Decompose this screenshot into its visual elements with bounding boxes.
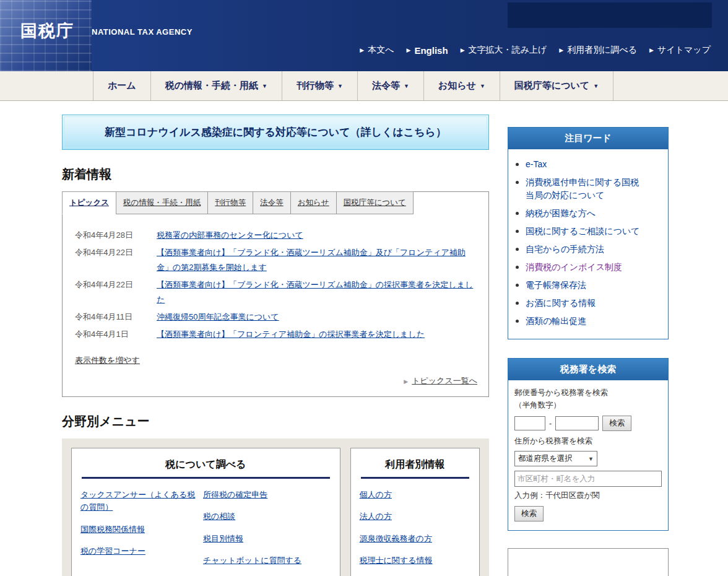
tab-topics[interactable]: トピックス — [62, 191, 116, 214]
chevron-down-icon: ▼ — [404, 83, 409, 89]
individuals-link[interactable]: 個人の方 — [360, 489, 470, 501]
liquor-info-sidebar-link[interactable]: お酒に関する情報 — [526, 298, 596, 308]
news-heading: 新着情報 — [62, 166, 489, 183]
nav-label: 国税庁等について — [514, 80, 589, 92]
research-column-1: タックスアンサー（よくある税の質問） 国際税務関係情報 税の学習コーナー — [80, 489, 203, 576]
news-item: 令和4年4月22日 【酒類事業者向け】「ブランド化・酒蔵ツーリズム補助金」の採択… — [75, 277, 476, 307]
user-info-box: 利用者別情報 個人の方 法人の方 源泉徴収義務者の方 税理士に関する情報 お酒に… — [350, 448, 480, 576]
nav-label: ホーム — [108, 80, 136, 92]
research-box-title: 税について調べる — [80, 458, 331, 477]
covid-banner[interactable]: 新型コロナウイルス感染症に関する対応等について（詳しくはこちら） — [62, 115, 489, 150]
utility-link-label: 文字拡大・読み上げ — [469, 45, 547, 56]
news-link[interactable]: 税務署の内部事務のセンター化について — [157, 228, 476, 243]
research-box-columns: タックスアンサー（よくある税の質問） 国際税務関係情報 税の学習コーナー 所得税… — [80, 489, 331, 576]
agency-logo[interactable]: 国税庁 — [20, 20, 74, 42]
postal-search-label: 郵便番号から税務署を検索 — [514, 388, 662, 398]
english-link[interactable]: ▶ English — [407, 45, 448, 56]
invoice-system-link[interactable]: 消費税のインボイス制度 — [526, 262, 622, 272]
tab-tax-info[interactable]: 税の情報・手続・用紙 — [116, 191, 208, 214]
procedures-from-home-link[interactable]: 自宅からの手続方法 — [526, 244, 604, 254]
arrow-icon: ▶ — [407, 47, 411, 53]
etax-link[interactable]: e-Tax — [526, 159, 547, 169]
liquor-export-link[interactable]: 酒類の輸出促進 — [526, 316, 586, 326]
tax-by-type-link[interactable]: 税目別情報 — [203, 533, 331, 545]
list-item: e-Tax — [526, 158, 640, 171]
research-tax-box: 税について調べる タックスアンサー（よくある税の質問） 国際税務関係情報 税の学… — [71, 448, 340, 576]
city-input[interactable] — [514, 471, 662, 487]
nav-about-nta[interactable]: 国税庁等について ▼ — [500, 71, 613, 100]
address-search-button[interactable]: 検索 — [514, 506, 544, 521]
withholding-agents-link[interactable]: 源泉徴収義務者の方 — [360, 533, 470, 545]
news-link[interactable]: 【酒類事業者向け】「ブランド化・酒蔵ツーリズム補助金」及び「フロンティア補助金」… — [157, 245, 476, 275]
news-link[interactable]: 【酒類事業者向け】「ブランド化・酒蔵ツーリズム補助金」の採択事業者を決定しました — [157, 277, 476, 307]
more-row: 表示件数を増やす — [63, 348, 488, 366]
featured-words-box: 注目ワード e-Tax 消費税還付申告に関する国税当局の対応について 納税が困難… — [508, 127, 669, 339]
news-item: 令和4年4月11日 沖縄復帰50周年記念事業について — [75, 310, 476, 325]
chevron-down-icon: ▼ — [337, 83, 343, 89]
sitemap-link[interactable]: ▶ サイトマップ — [649, 45, 711, 56]
international-tax-link[interactable]: 国際税務関係情報 — [80, 523, 203, 536]
nav-label: お知らせ — [438, 80, 476, 92]
nav-spacer — [0, 71, 93, 100]
arrow-icon: ▶ — [404, 378, 408, 385]
tax-office-search-body: 郵便番号から税務署を検索 （半角数字） - 検索 住所から税務署を検索 都道府県… — [508, 380, 668, 530]
arrow-icon: ▶ — [649, 47, 654, 53]
news-date: 令和4年4月22日 — [75, 245, 157, 275]
tax-consultation-link[interactable]: 税の相談 — [203, 510, 331, 523]
tax-accountants-link[interactable]: 税理士に関する情報 — [360, 554, 470, 567]
tax-office-search-box: 税務署を検索 郵便番号から税務署を検索 （半角数字） - 検索 住所から税務署を… — [508, 358, 669, 531]
tax-consultation-sidebar-link[interactable]: 国税に関するご相談について — [526, 226, 640, 236]
chevron-down-icon: ▼ — [588, 456, 594, 462]
show-more-link[interactable]: 表示件数を増やす — [75, 356, 140, 365]
nav-publications[interactable]: 刊行物等 ▼ — [282, 71, 357, 100]
news-date: 令和4年4月28日 — [75, 228, 157, 243]
tab-laws[interactable]: 法令等 — [253, 191, 291, 214]
list-item: 自宅からの手続方法 — [526, 243, 640, 256]
agency-subtitle: NATIONAL TAX AGENCY — [92, 27, 193, 37]
chevron-down-icon: ▼ — [593, 83, 599, 89]
topics-list-link[interactable]: トピックス一覧へ — [412, 376, 477, 385]
nav-laws[interactable]: 法令等 ▼ — [357, 71, 423, 100]
nav-tax-info[interactable]: 税の情報・手続・用紙 ▼ — [150, 71, 282, 100]
featured-words-list: e-Tax 消費税還付申告に関する国税当局の対応について 納税が困難な方へ 国税… — [508, 149, 668, 339]
news-list: 令和4年4月28日 税務署の内部事務のセンター化について 令和4年4月22日 【… — [63, 214, 488, 348]
nav-home[interactable]: ホーム — [93, 71, 150, 100]
postal-note: （半角数字） — [514, 400, 662, 411]
browse-by-user-link[interactable]: ▶ 利用者別に調べる — [559, 45, 637, 56]
chevron-down-icon: ▼ — [262, 83, 267, 89]
skip-to-content-link[interactable]: ▶ 本文へ — [360, 45, 394, 56]
utility-link-label: サイトマップ — [657, 45, 711, 56]
news-link[interactable]: 【酒類事業者向け】「フロンティア補助金」の採択事業者を決定しました — [157, 327, 476, 342]
postal-code-input-1[interactable] — [514, 416, 545, 430]
postal-search-button[interactable]: 検索 — [602, 416, 631, 431]
user-box-title: 利用者別情報 — [360, 458, 470, 477]
corporations-link[interactable]: 法人の方 — [360, 510, 470, 523]
income-tax-return-link[interactable]: 所得税の確定申告 — [203, 489, 331, 501]
news-link[interactable]: 沖縄復帰50周年記念事業について — [157, 310, 476, 325]
tax-learning-link[interactable]: 税の学習コーナー — [80, 545, 203, 557]
address-search-label: 住所から税務署を検索 — [514, 436, 662, 447]
payment-difficulty-link[interactable]: 納税が困難な方へ — [526, 208, 596, 218]
consumption-tax-refund-link[interactable]: 消費税還付申告に関する国税当局の対応について — [526, 177, 639, 200]
news-date: 令和4年4月1日 — [75, 327, 157, 342]
tax-answer-link[interactable]: タックスアンサー（よくある税の質問） — [80, 489, 203, 513]
list-item: 電子帳簿保存法 — [526, 279, 640, 292]
tab-publications[interactable]: 刊行物等 — [207, 191, 253, 214]
utility-link-label: 本文へ — [368, 45, 394, 56]
chatbot-link[interactable]: チャットボットに質問する — [203, 554, 331, 567]
postal-input-row: - 検索 — [514, 416, 662, 431]
text-size-readaloud-link[interactable]: ▶ 文字拡大・読み上げ — [461, 45, 547, 56]
content: 新型コロナウイルス感染症に関する対応等について（詳しくはこちら） 新着情報 トピ… — [62, 115, 669, 576]
prefecture-select[interactable]: 都道府県を選択 ▼ — [514, 451, 597, 466]
tab-about[interactable]: 国税庁等について — [336, 191, 414, 214]
news-item: 令和4年4月22日 【酒類事業者向け】「ブランド化・酒蔵ツーリズム補助金」及び「… — [75, 245, 476, 275]
electronic-books-link[interactable]: 電子帳簿保存法 — [526, 280, 586, 290]
prefecture-select-value: 都道府県を選択 — [518, 453, 573, 464]
site-header: 国税庁 NATIONAL TAX AGENCY ▶ 本文へ ▶ English … — [0, 0, 728, 71]
list-item: お酒に関する情報 — [526, 297, 640, 310]
tab-notices[interactable]: お知らせ — [290, 191, 337, 214]
utility-link-label: 利用者別に調べる — [567, 45, 637, 56]
news-item: 令和4年4月1日 【酒類事業者向け】「フロンティア補助金」の採択事業者を決定しま… — [75, 327, 476, 342]
postal-code-input-2[interactable] — [555, 416, 599, 430]
nav-notices[interactable]: お知らせ ▼ — [423, 71, 500, 100]
